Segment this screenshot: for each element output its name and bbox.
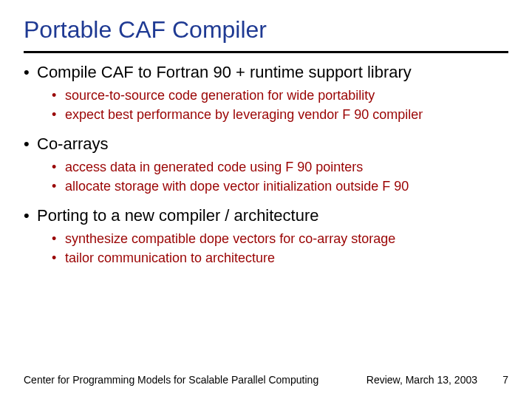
bullet-level2: synthesize compatible dope vectors for c… <box>52 230 508 248</box>
footer-left-text: Center for Programming Models for Scalab… <box>24 374 318 386</box>
bullet-level2: allocate storage with dope vector initia… <box>52 177 508 195</box>
bullet-level1: Co-arrays <box>24 134 508 155</box>
slide-footer: Center for Programming Models for Scalab… <box>24 374 508 386</box>
slide: Portable CAF Compiler Compile CAF to For… <box>0 0 532 399</box>
bullet-level1: Compile CAF to Fortran 90 + runtime supp… <box>24 62 508 83</box>
bullet-level2: expect best performance by leveraging ve… <box>52 106 508 123</box>
bullet-level1: Porting to a new compiler / architecture <box>24 205 508 227</box>
title-divider <box>24 51 508 53</box>
footer-right: Review, March 13, 2003 7 <box>366 374 508 386</box>
footer-review-text: Review, March 13, 2003 <box>366 374 477 386</box>
slide-content: Compile CAF to Fortran 90 + runtime supp… <box>0 62 532 267</box>
slide-title: Portable CAF Compiler <box>0 0 532 51</box>
bullet-level2: source-to-source code generation for wid… <box>52 86 508 104</box>
page-number: 7 <box>498 374 508 386</box>
bullet-level2: tailor communication to architecture <box>52 249 508 267</box>
bullet-level2: access data in generated code using F 90… <box>52 158 508 176</box>
